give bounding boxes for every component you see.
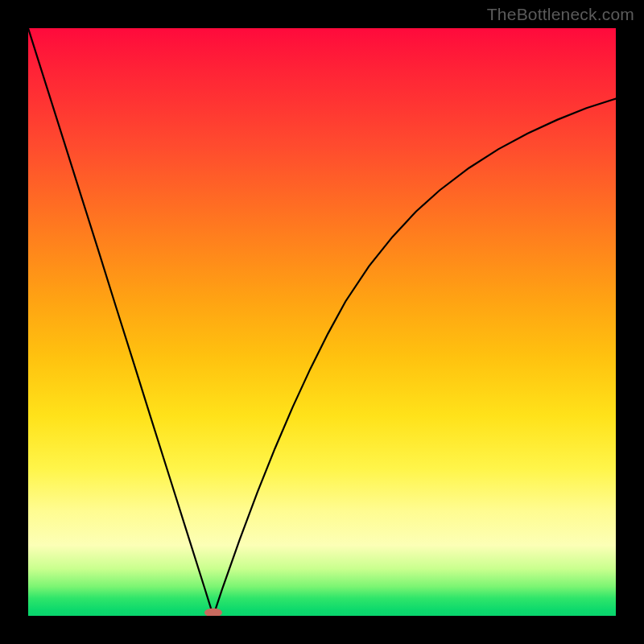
notch-marker <box>204 609 222 617</box>
chart-frame: TheBottleneck.com <box>0 0 644 644</box>
bottleneck-curve <box>28 28 616 616</box>
plot-area <box>28 28 616 616</box>
watermark-text: TheBottleneck.com <box>487 5 634 24</box>
curve-layer <box>28 28 616 616</box>
